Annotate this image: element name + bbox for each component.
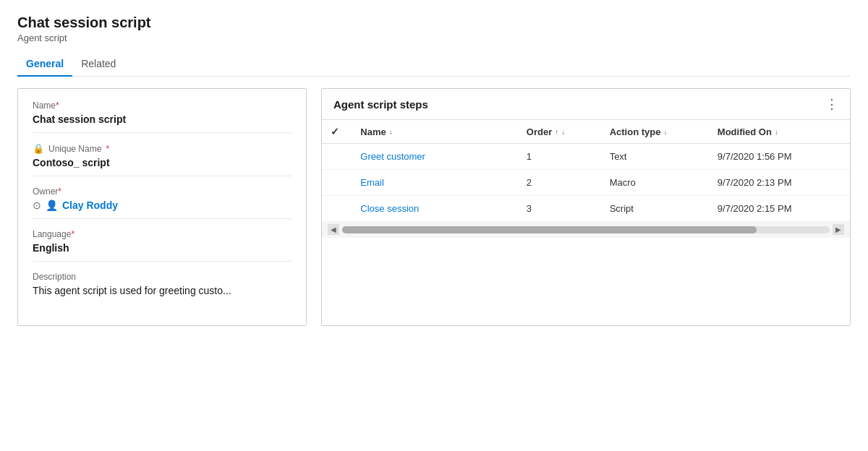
steps-header: Agent script steps ⋮ <box>322 89 850 120</box>
tab-general[interactable]: General <box>17 52 72 77</box>
col-header-modified-on[interactable]: Modified On ↓ <box>709 120 850 144</box>
row-modified-on-cell: 9/7/2020 2:13 PM <box>709 170 850 196</box>
table-row: Greet customer 1 Text 9/7/2020 1:56 PM <box>322 144 850 170</box>
language-label: Language* <box>33 229 292 239</box>
horizontal-scrollbar[interactable]: ◀ ▶ <box>322 224 850 235</box>
row-action-type-cell: Script <box>601 196 709 222</box>
table-header-row: ✓ Name ↓ Order ↑ ↓ <box>322 120 850 144</box>
row-action-type-cell: Text <box>601 144 709 170</box>
more-options-icon[interactable]: ⋮ <box>825 98 838 111</box>
name-value: Chat session script <box>33 113 292 125</box>
tab-related[interactable]: Related <box>72 52 124 77</box>
language-value: English <box>33 242 292 254</box>
action-sort-icon: ↓ <box>663 128 667 136</box>
row-order-cell: 1 <box>518 144 601 170</box>
unique-name-label: 🔒 Unique Name* <box>33 143 292 154</box>
modified-sort-icon: ↓ <box>775 128 778 136</box>
user-icon: 👤 <box>46 199 58 211</box>
agent-script-steps-panel: Agent script steps ⋮ ✓ Name ↓ <box>321 88 851 326</box>
scrollbar-thumb-track[interactable] <box>342 226 830 233</box>
name-field-group: Name* Chat session script <box>33 100 292 133</box>
row-action-type-cell: Macro <box>601 170 709 196</box>
row-check-cell <box>322 170 352 196</box>
page-title: Chat session script <box>17 14 851 31</box>
unique-name-value: Contoso_ script <box>33 157 292 168</box>
name-sort-icon: ↓ <box>389 128 393 136</box>
col-header-name[interactable]: Name ↓ <box>352 120 518 144</box>
owner-row: ⊙ 👤 Clay Roddy <box>33 199 292 211</box>
steps-title: Agent script steps <box>333 98 428 111</box>
page-subtitle: Agent script <box>17 33 851 43</box>
language-field-group: Language* English <box>33 229 292 262</box>
owner-label: Owner* <box>33 186 292 197</box>
scrollbar-row: ◀ ▶ <box>322 221 850 238</box>
row-order-cell: 3 <box>518 196 601 222</box>
scroll-right-arrow[interactable]: ▶ <box>833 224 844 235</box>
name-label: Name* <box>33 100 292 111</box>
col-header-check: ✓ <box>322 120 352 144</box>
row-check-cell <box>322 196 352 222</box>
description-value: This agent script is used for greeting c… <box>33 285 292 296</box>
search-icon: ⊙ <box>33 199 41 211</box>
description-field-group: Description This agent script is used fo… <box>33 272 292 304</box>
unique-name-field-group: 🔒 Unique Name* Contoso_ script <box>33 143 292 176</box>
row-name-cell[interactable]: Close session <box>352 196 518 222</box>
col-header-action-type[interactable]: Action type ↓ <box>601 120 709 144</box>
scrollbar-thumb[interactable] <box>342 226 757 233</box>
form-panel: Name* Chat session script 🔒 Unique Name*… <box>17 88 307 326</box>
check-header-icon: ✓ <box>331 126 339 137</box>
row-order-cell: 2 <box>518 170 601 196</box>
owner-value[interactable]: Clay Roddy <box>62 199 118 211</box>
table-row: Close session 3 Script 9/7/2020 2:15 PM <box>322 196 850 222</box>
main-content: Name* Chat session script 🔒 Unique Name*… <box>17 88 851 326</box>
col-header-order[interactable]: Order ↑ ↓ <box>518 120 601 144</box>
lock-icon: 🔒 <box>33 143 44 154</box>
scroll-left-arrow[interactable]: ◀ <box>328 224 339 235</box>
tabs-container: General Related <box>17 52 851 77</box>
description-label: Description <box>33 272 292 282</box>
order-sort-asc-icon: ↑ <box>555 128 558 136</box>
owner-field-group: Owner* ⊙ 👤 Clay Roddy <box>33 186 292 219</box>
table-row: Email 2 Macro 9/7/2020 2:13 PM <box>322 170 850 196</box>
row-check-cell <box>322 144 352 170</box>
order-sort-desc-icon: ↓ <box>561 128 565 136</box>
row-modified-on-cell: 9/7/2020 2:15 PM <box>709 196 850 222</box>
row-name-cell[interactable]: Email <box>352 170 518 196</box>
row-modified-on-cell: 9/7/2020 1:56 PM <box>709 144 850 170</box>
steps-table: ✓ Name ↓ Order ↑ ↓ <box>322 120 850 238</box>
row-name-cell[interactable]: Greet customer <box>352 144 518 170</box>
